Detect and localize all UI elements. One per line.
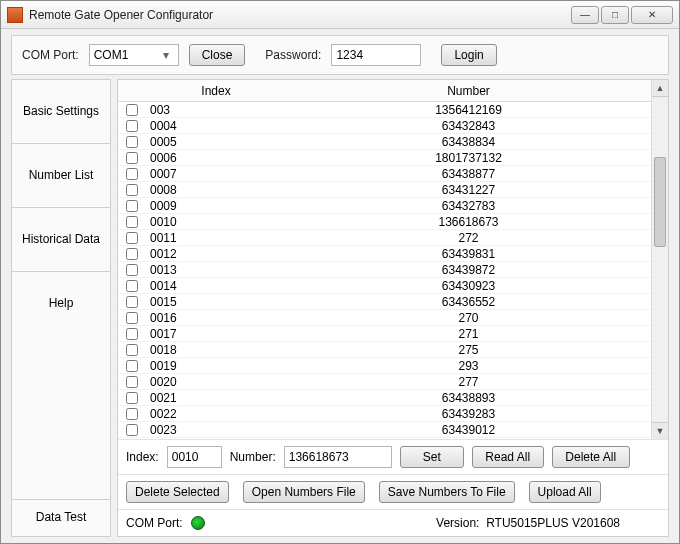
row-number: 272 xyxy=(286,231,651,245)
set-button[interactable]: Set xyxy=(400,446,464,468)
maximize-button[interactable]: □ xyxy=(601,6,629,24)
save-numbers-file-button[interactable]: Save Numbers To File xyxy=(379,481,515,503)
row-number: 271 xyxy=(286,327,651,341)
row-number: 63438877 xyxy=(286,167,651,181)
table-row[interactable]: 000763438877 xyxy=(118,166,651,182)
vertical-scrollbar[interactable]: ▲ ▼ xyxy=(651,80,668,439)
close-window-button[interactable]: ✕ xyxy=(631,6,673,24)
delete-selected-button[interactable]: Delete Selected xyxy=(126,481,229,503)
table-row[interactable]: 002263439283 xyxy=(118,406,651,422)
sidebar-spacer xyxy=(11,335,111,499)
table-row[interactable]: 002363439012 xyxy=(118,422,651,438)
col-index[interactable]: Index xyxy=(146,84,286,98)
row-index: 0009 xyxy=(146,199,286,213)
col-number[interactable]: Number xyxy=(286,84,651,98)
row-index: 0011 xyxy=(146,231,286,245)
row-checkbox[interactable] xyxy=(126,408,138,420)
com-status-led-icon xyxy=(191,516,205,530)
tab-number-list[interactable]: Number List xyxy=(11,143,111,207)
row-checkbox[interactable] xyxy=(126,296,138,308)
row-checkbox[interactable] xyxy=(126,152,138,164)
row-checkbox[interactable] xyxy=(126,280,138,292)
edit-number-label: Number: xyxy=(230,450,276,464)
table-row[interactable]: 0011272 xyxy=(118,230,651,246)
row-checkbox[interactable] xyxy=(126,312,138,324)
scroll-track[interactable] xyxy=(652,97,668,422)
table-row[interactable]: 0031356412169 xyxy=(118,102,651,118)
table-row[interactable]: 0016270 xyxy=(118,310,651,326)
row-checkbox[interactable] xyxy=(126,136,138,148)
row-index: 0015 xyxy=(146,295,286,309)
connection-bar: COM Port: COM1 ▾ Close Password: Login xyxy=(11,35,669,75)
scroll-down-arrow-icon[interactable]: ▼ xyxy=(652,422,668,439)
row-number: 270 xyxy=(286,311,651,325)
row-checkbox[interactable] xyxy=(126,392,138,404)
table-row[interactable]: 0020277 xyxy=(118,374,651,390)
row-index: 0018 xyxy=(146,343,286,357)
delete-all-button[interactable]: Delete All xyxy=(552,446,630,468)
row-checkbox[interactable] xyxy=(126,376,138,388)
row-checkbox[interactable] xyxy=(126,120,138,132)
com-port-select[interactable]: COM1 ▾ xyxy=(89,44,179,66)
row-index: 0016 xyxy=(146,311,286,325)
table-row[interactable]: 000563438834 xyxy=(118,134,651,150)
table-row[interactable]: 002163438893 xyxy=(118,390,651,406)
tab-help[interactable]: Help xyxy=(11,271,111,335)
row-index: 0014 xyxy=(146,279,286,293)
row-index: 0004 xyxy=(146,119,286,133)
table-row[interactable]: 0018275 xyxy=(118,342,651,358)
table-row[interactable]: 000963432783 xyxy=(118,198,651,214)
table-row[interactable]: 000463432843 xyxy=(118,118,651,134)
password-input[interactable] xyxy=(331,44,421,66)
row-checkbox[interactable] xyxy=(126,264,138,276)
main-area: Basic Settings Number List Historical Da… xyxy=(11,79,669,537)
table-row[interactable]: 0010136618673 xyxy=(118,214,651,230)
table-row[interactable]: 001463430923 xyxy=(118,278,651,294)
table-row[interactable]: 0017271 xyxy=(118,326,651,342)
row-checkbox[interactable] xyxy=(126,168,138,180)
read-all-button[interactable]: Read All xyxy=(472,446,544,468)
edit-number-input[interactable] xyxy=(284,446,392,468)
table-row[interactable]: 001263439831 xyxy=(118,246,651,262)
row-checkbox[interactable] xyxy=(126,216,138,228)
tab-basic-settings[interactable]: Basic Settings xyxy=(11,79,111,143)
sidebar: Basic Settings Number List Historical Da… xyxy=(11,79,111,537)
row-number: 277 xyxy=(286,375,651,389)
tab-data-test[interactable]: Data Test xyxy=(11,499,111,537)
scroll-thumb[interactable] xyxy=(654,157,666,247)
row-number: 63438834 xyxy=(286,135,651,149)
row-checkbox[interactable] xyxy=(126,328,138,340)
chevron-down-icon: ▾ xyxy=(158,48,174,62)
row-number: 293 xyxy=(286,359,651,373)
row-index: 0022 xyxy=(146,407,286,421)
open-numbers-file-button[interactable]: Open Numbers File xyxy=(243,481,365,503)
minimize-button[interactable]: — xyxy=(571,6,599,24)
close-port-button[interactable]: Close xyxy=(189,44,246,66)
row-index: 0007 xyxy=(146,167,286,181)
row-checkbox[interactable] xyxy=(126,360,138,372)
tab-historical-data[interactable]: Historical Data xyxy=(11,207,111,271)
row-checkbox[interactable] xyxy=(126,248,138,260)
grid-wrap: Index Number 003135641216900046343284300… xyxy=(118,80,668,440)
table-row[interactable]: 001563436552 xyxy=(118,294,651,310)
table-row[interactable]: 000863431227 xyxy=(118,182,651,198)
row-number: 136618673 xyxy=(286,215,651,229)
row-checkbox[interactable] xyxy=(126,184,138,196)
table-row[interactable]: 00061801737132 xyxy=(118,150,651,166)
upload-all-button[interactable]: Upload All xyxy=(529,481,601,503)
edit-index-input[interactable] xyxy=(167,446,222,468)
table-row[interactable]: 001363439872 xyxy=(118,262,651,278)
row-index: 003 xyxy=(146,103,286,117)
row-index: 0012 xyxy=(146,247,286,261)
row-number: 63438893 xyxy=(286,391,651,405)
row-number: 63432843 xyxy=(286,119,651,133)
row-checkbox[interactable] xyxy=(126,104,138,116)
row-checkbox[interactable] xyxy=(126,424,138,436)
row-checkbox[interactable] xyxy=(126,200,138,212)
row-checkbox[interactable] xyxy=(126,232,138,244)
row-index: 0021 xyxy=(146,391,286,405)
scroll-up-arrow-icon[interactable]: ▲ xyxy=(652,80,668,97)
login-button[interactable]: Login xyxy=(441,44,496,66)
table-row[interactable]: 0019293 xyxy=(118,358,651,374)
row-checkbox[interactable] xyxy=(126,344,138,356)
